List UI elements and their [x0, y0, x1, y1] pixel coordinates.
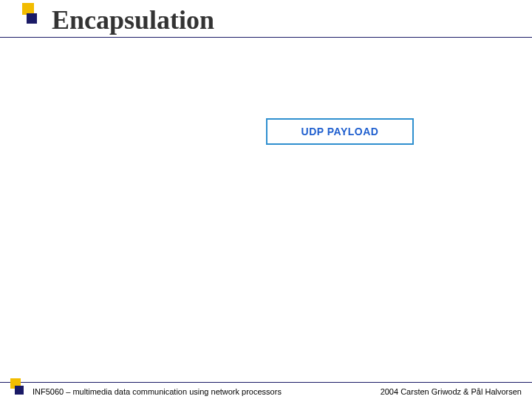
udp-payload-label: UDP PAYLOAD: [301, 126, 379, 137]
title-divider: [0, 37, 532, 38]
footer-divider: [0, 382, 532, 383]
udp-payload-box: UDP PAYLOAD: [266, 118, 414, 145]
footer-course-text: INF5060 – multimedia data communication …: [33, 387, 282, 396]
footer-bullet-icon: [10, 378, 31, 399]
title-bullet-icon: [22, 0, 43, 35]
page-title: Encapsulation: [52, 4, 214, 35]
footer-credits-text: 2004 Carsten Griwodz & Pål Halvorsen: [381, 387, 522, 396]
